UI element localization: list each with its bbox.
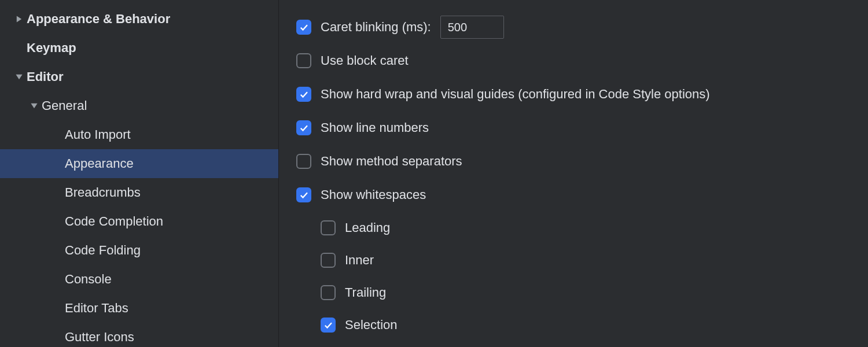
ws-selection-checkbox[interactable] <box>321 318 336 333</box>
sidebar-item-label: Gutter Icons <box>65 330 134 345</box>
sidebar-item-editor[interactable]: Editor <box>0 62 278 91</box>
sidebar-item-label: Console <box>65 272 112 287</box>
line-numbers-checkbox[interactable] <box>296 120 311 135</box>
sidebar-item-label: Auto Import <box>65 127 131 142</box>
sidebar-item-label: Editor Tabs <box>65 301 128 316</box>
option-use-block-caret: Use block caret <box>296 44 851 77</box>
option-method-separators: Show method separators <box>296 145 851 178</box>
sidebar-item-label: Appearance <box>65 156 134 171</box>
sidebar-item-editor-tabs[interactable]: Editor Tabs <box>0 294 278 323</box>
sidebar-item-code-folding[interactable]: Code Folding <box>0 236 278 265</box>
method-separators-checkbox[interactable] <box>296 154 311 169</box>
chevron-down-icon <box>27 102 42 110</box>
settings-sidebar: Appearance & Behavior Keymap Editor Gene… <box>0 0 279 347</box>
ws-inner-checkbox[interactable] <box>321 253 336 268</box>
option-label: Show method separators <box>321 154 462 169</box>
option-whitespaces: Show whitespaces <box>296 178 851 212</box>
use-block-caret-checkbox[interactable] <box>296 53 311 68</box>
ws-trailing-checkbox[interactable] <box>321 285 336 300</box>
sidebar-item-label: General <box>42 98 87 113</box>
option-ws-selection: Selection <box>296 309 851 341</box>
caret-blinking-checkbox[interactable] <box>296 20 311 35</box>
sidebar-item-label: Code Completion <box>65 214 163 229</box>
option-ws-leading: Leading <box>296 212 851 244</box>
option-ws-inner: Inner <box>296 244 851 276</box>
whitespaces-checkbox[interactable] <box>296 187 311 202</box>
settings-content: Caret blinking (ms): Use block caret Sho… <box>279 0 868 347</box>
option-label: Show line numbers <box>321 120 429 135</box>
sidebar-item-keymap[interactable]: Keymap <box>0 34 278 62</box>
sidebar-item-label: Code Folding <box>65 243 141 258</box>
chevron-down-icon <box>12 73 27 81</box>
sidebar-item-appearance-behavior[interactable]: Appearance & Behavior <box>0 5 278 34</box>
option-label: Show whitespaces <box>321 187 426 202</box>
option-label: Show hard wrap and visual guides (config… <box>321 87 710 102</box>
chevron-right-icon <box>12 15 27 23</box>
sidebar-item-label: Editor <box>27 69 64 84</box>
option-hard-wrap: Show hard wrap and visual guides (config… <box>296 77 851 111</box>
ws-leading-checkbox[interactable] <box>321 220 336 235</box>
option-caret-blinking: Caret blinking (ms): <box>296 10 851 44</box>
option-label: Caret blinking (ms): <box>321 20 431 35</box>
option-line-numbers: Show line numbers <box>296 111 851 145</box>
option-label: Selection <box>345 318 398 333</box>
option-label: Inner <box>345 253 374 268</box>
option-label: Use block caret <box>321 53 409 68</box>
option-label: Trailing <box>345 285 386 300</box>
sidebar-item-label: Keymap <box>27 40 76 56</box>
hard-wrap-checkbox[interactable] <box>296 87 311 102</box>
sidebar-item-label: Appearance & Behavior <box>27 12 170 27</box>
option-label: Leading <box>345 220 390 235</box>
sidebar-item-breadcrumbs[interactable]: Breadcrumbs <box>0 178 278 207</box>
sidebar-item-label: Breadcrumbs <box>65 185 141 200</box>
sidebar-item-code-completion[interactable]: Code Completion <box>0 207 278 236</box>
sidebar-item-general[interactable]: General <box>0 91 278 120</box>
sidebar-item-gutter-icons[interactable]: Gutter Icons <box>0 323 278 347</box>
sidebar-item-appearance[interactable]: Appearance <box>0 149 278 178</box>
sidebar-item-console[interactable]: Console <box>0 265 278 294</box>
sidebar-item-auto-import[interactable]: Auto Import <box>0 120 278 149</box>
caret-blinking-input[interactable] <box>440 16 504 39</box>
option-ws-trailing: Trailing <box>296 276 851 309</box>
